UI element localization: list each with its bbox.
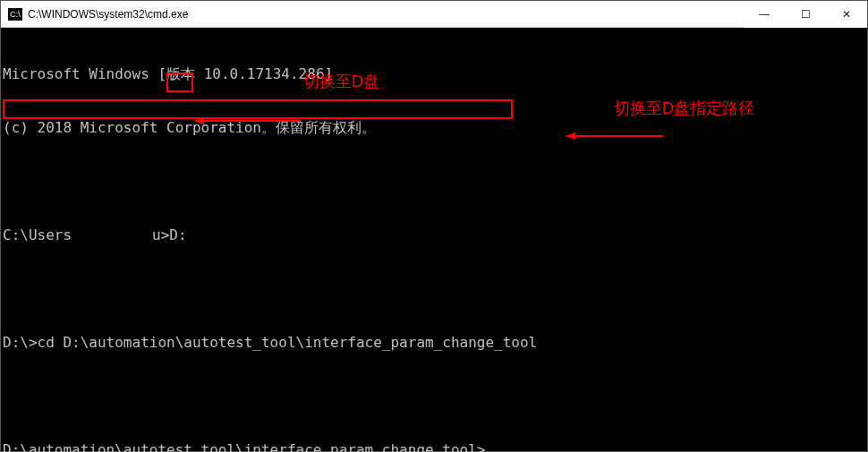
prompt-mid: u> [152,226,169,243]
terminal-line: D:\>cd D:\automation\autotest_tool\inter… [3,334,867,352]
command-text: D: [169,226,186,243]
prompt-text: D:\automation\autotest_tool\interface_pa… [3,441,485,452]
cmd-window: C:\ C:\WINDOWS\system32\cmd.exe — ☐ ✕ Mi… [0,0,868,452]
window-controls: — ☐ ✕ [744,1,867,28]
terminal-line [3,388,867,405]
annotation-label-2: 切换至D盘指定路径 [614,99,754,117]
terminal-line: Microsoft Windows [版本 10.0.17134.286] [3,65,867,83]
redacted-user [72,229,152,243]
window-title: C:\WINDOWS\system32\cmd.exe [28,8,188,21]
terminal-line [3,173,867,191]
close-button[interactable]: ✕ [826,1,867,28]
minimize-button[interactable]: — [744,1,785,28]
cmd-icon: C:\ [8,8,22,21]
terminal-line: (c) 2018 Microsoft Corporation。保留所有权利。 [3,119,867,137]
terminal-line [3,280,867,298]
terminal-line: C:\Usersu>D: [3,226,867,244]
annotation-box-2 [3,99,513,119]
titlebar[interactable]: C:\ C:\WINDOWS\system32\cmd.exe — ☐ ✕ [1,1,867,28]
prompt-prefix: C:\Users [3,226,72,243]
terminal-line: D:\automation\autotest_tool\interface_pa… [3,441,867,452]
terminal-area[interactable]: Microsoft Windows [版本 10.0.17134.286] (c… [1,28,867,451]
maximize-button[interactable]: ☐ [785,1,826,28]
